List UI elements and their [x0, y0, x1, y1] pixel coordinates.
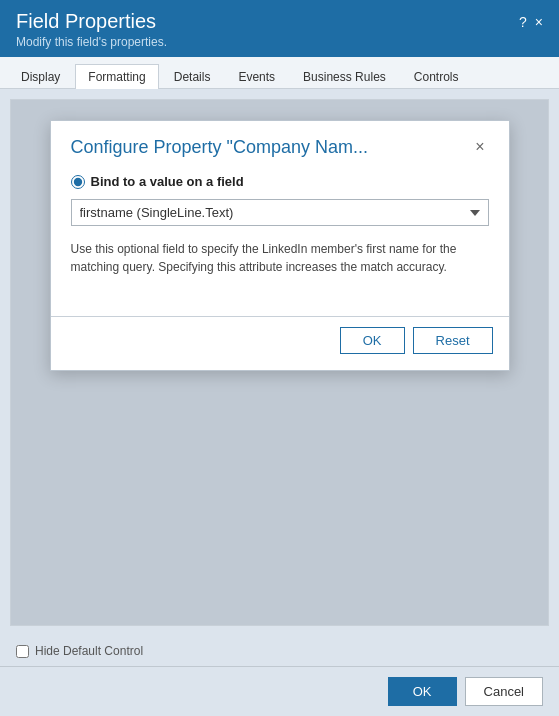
tab-controls[interactable]: Controls [401, 64, 472, 89]
bottom-area: Hide Default Control [0, 636, 559, 666]
hide-default-label[interactable]: Hide Default Control [35, 644, 143, 658]
modal-title: Configure Property "Company Nam... [71, 137, 472, 158]
footer-cancel-button[interactable]: Cancel [465, 677, 543, 706]
modal-footer: OK Reset [51, 317, 509, 370]
outer-panel: Field Properties ? × Modify this field's… [0, 0, 559, 716]
bind-radio-label[interactable]: Bind to a value on a field [91, 174, 244, 189]
dropdown-row: firstname (SingleLine.Text) [71, 199, 489, 226]
bind-radio[interactable] [71, 175, 85, 189]
modal-header: Configure Property "Company Nam... × [51, 121, 509, 168]
help-icon[interactable]: ? [519, 14, 527, 30]
checkbox-label-row: Hide Default Control [16, 644, 143, 658]
panel-title-icons: ? × [519, 14, 543, 30]
radio-row: Bind to a value on a field [71, 174, 489, 189]
modal-close-icon[interactable]: × [471, 139, 488, 155]
description-text: Use this optional field to specify the L… [71, 240, 489, 276]
tab-events[interactable]: Events [225, 64, 288, 89]
footer-ok-button[interactable]: OK [388, 677, 457, 706]
tabs-bar: Display Formatting Details Events Busine… [0, 57, 559, 89]
modal-overlay: Configure Property "Company Nam... × Bin… [11, 100, 548, 625]
tab-formatting[interactable]: Formatting [75, 64, 158, 89]
panel-footer: OK Cancel [0, 666, 559, 716]
panel-header: Field Properties ? × Modify this field's… [0, 0, 559, 57]
hide-default-checkbox[interactable] [16, 645, 29, 658]
inner-panel-bg: Configure Property "Company Nam... × Bin… [10, 99, 549, 626]
modal-ok-button[interactable]: OK [340, 327, 405, 354]
tab-display[interactable]: Display [8, 64, 73, 89]
modal-dialog: Configure Property "Company Nam... × Bin… [50, 120, 510, 371]
panel-subtitle: Modify this field's properties. [16, 35, 543, 49]
panel-title-text: Field Properties [16, 10, 156, 33]
panel-title: Field Properties ? × [16, 10, 543, 33]
field-select[interactable]: firstname (SingleLine.Text) [71, 199, 489, 226]
modal-body: Bind to a value on a field firstname (Si… [51, 168, 509, 316]
main-area: Configure Property "Company Nam... × Bin… [0, 89, 559, 636]
modal-reset-button[interactable]: Reset [413, 327, 493, 354]
close-icon[interactable]: × [535, 14, 543, 30]
tab-details[interactable]: Details [161, 64, 224, 89]
tab-business-rules[interactable]: Business Rules [290, 64, 399, 89]
